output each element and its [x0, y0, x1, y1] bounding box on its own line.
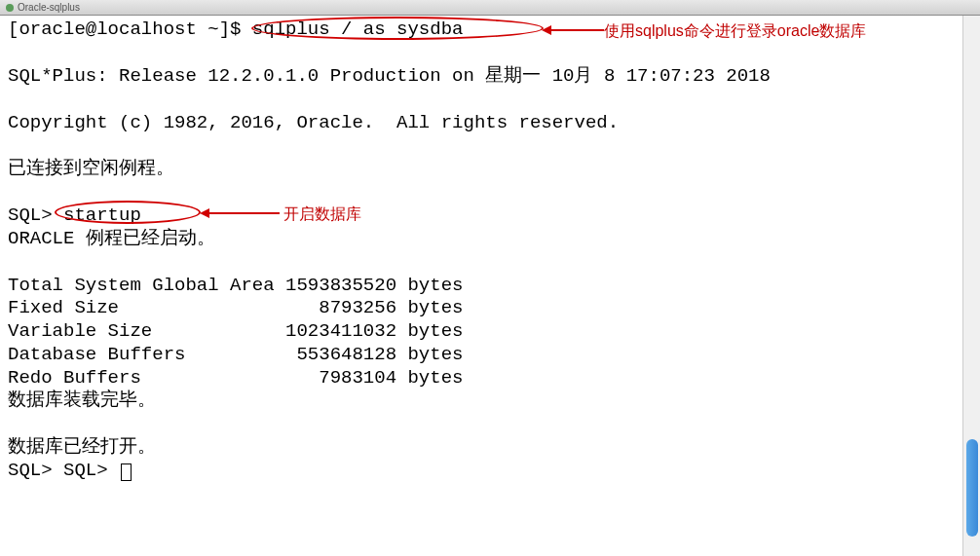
terminal-line-1: [oracle@localhost ~]$ sqlplus / as sysdb…: [8, 19, 972, 42]
scrollbar[interactable]: [962, 16, 980, 556]
terminal-line-16: Redo Buffers 7983104 bytes: [8, 367, 972, 390]
terminal-line-12: Total System Global Area 1593835520 byte…: [8, 275, 972, 298]
scrollbar-thumb[interactable]: [966, 439, 978, 537]
cursor: [121, 463, 132, 481]
terminal-line-9: SQL> startup: [8, 204, 972, 228]
command-startup: startup: [63, 204, 141, 226]
sql-prompt-double: SQL> SQL>: [8, 460, 119, 481]
terminal-blank: [8, 42, 972, 65]
title-bar-icon: [6, 4, 14, 12]
terminal-line-10: ORACLE 例程已经启动。: [8, 228, 972, 251]
terminal-line-3: SQL*Plus: Release 12.2.0.1.0 Production …: [8, 65, 972, 89]
title-bar-text: Oracle-sqlplus: [18, 2, 80, 13]
command-sqlplus: sqlplus / as sysdba: [252, 19, 464, 40]
terminal-line-17: 数据库装载完毕。: [8, 389, 972, 413]
terminal[interactable]: [oracle@localhost ~]$ sqlplus / as sysdb…: [0, 16, 980, 556]
terminal-line-15: Database Buffers 553648128 bytes: [8, 344, 972, 367]
terminal-blank: [8, 413, 972, 436]
terminal-blank: [8, 251, 972, 275]
terminal-line-5: Copyright (c) 1982, 2016, Oracle. All ri…: [8, 112, 972, 135]
terminal-line-13: Fixed Size 8793256 bytes: [8, 297, 972, 320]
terminal-line-14: Variable Size 1023411032 bytes: [8, 320, 972, 344]
title-bar: Oracle-sqlplus: [0, 0, 980, 16]
terminal-blank: [8, 89, 972, 112]
sql-prompt: SQL>: [8, 204, 63, 226]
terminal-line-7: 已连接到空闲例程。: [8, 158, 972, 181]
terminal-line-19: 数据库已经打开。: [8, 436, 972, 460]
shell-prompt: [oracle@localhost ~]$: [8, 19, 252, 40]
terminal-blank: [8, 181, 972, 204]
terminal-line-20: SQL> SQL>: [8, 460, 972, 483]
terminal-blank: [8, 134, 972, 158]
